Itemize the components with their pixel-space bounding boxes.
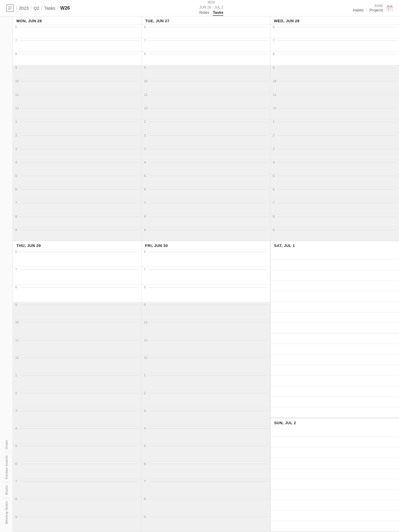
time-slot[interactable]: 6 bbox=[13, 461, 141, 479]
sat-line[interactable] bbox=[271, 260, 399, 270]
time-slot[interactable]: 3 bbox=[13, 408, 141, 426]
time-slot[interactable]: 7 bbox=[141, 267, 270, 284]
time-slot[interactable]: 1 bbox=[141, 373, 270, 390]
tasks-breadcrumb[interactable]: Tasks bbox=[44, 6, 55, 11]
quarter-breadcrumb[interactable]: Q2 bbox=[33, 6, 39, 11]
time-slot[interactable]: 12 bbox=[13, 355, 141, 373]
sat-line[interactable] bbox=[271, 354, 399, 365]
notes-tab[interactable]: Notes bbox=[200, 10, 209, 16]
time-slot[interactable]: 4 bbox=[13, 160, 141, 173]
time-slot[interactable]: 10 bbox=[142, 79, 270, 92]
sat-lines[interactable] bbox=[271, 249, 399, 418]
time-slot[interactable]: 5 bbox=[270, 173, 399, 187]
time-slot[interactable]: 8 bbox=[270, 214, 399, 227]
sat-line[interactable] bbox=[271, 376, 399, 386]
time-slot[interactable]: 4 bbox=[13, 426, 141, 443]
time-slot[interactable]: 7 bbox=[13, 200, 141, 214]
time-slot[interactable]: 9 bbox=[141, 514, 270, 532]
time-slot[interactable]: 3 bbox=[270, 146, 399, 160]
time-slot[interactable]: 6 bbox=[13, 249, 141, 267]
sun-line[interactable] bbox=[271, 426, 399, 437]
sat-line[interactable] bbox=[271, 249, 399, 260]
time-slot[interactable]: 3 bbox=[13, 146, 141, 160]
time-slot[interactable]: 9 bbox=[142, 227, 270, 241]
time-slot[interactable]: 2 bbox=[141, 391, 270, 408]
time-slot[interactable]: 1 bbox=[13, 373, 141, 390]
time-slot[interactable]: 4 bbox=[142, 160, 270, 173]
sat-line[interactable] bbox=[271, 291, 399, 302]
time-slot[interactable]: 4 bbox=[141, 426, 270, 443]
time-slot[interactable]: 3 bbox=[141, 408, 270, 426]
sun-line[interactable] bbox=[271, 447, 399, 458]
sidebar-item-goals[interactable]: Goals bbox=[5, 438, 8, 451]
sat-line[interactable] bbox=[271, 407, 399, 418]
time-slot[interactable]: 12 bbox=[142, 105, 270, 119]
time-slot[interactable]: 8 bbox=[142, 51, 270, 65]
time-slot[interactable]: 8 bbox=[13, 214, 141, 227]
time-slot[interactable]: 8 bbox=[13, 51, 141, 65]
time-slot[interactable]: 2 bbox=[13, 133, 141, 146]
sat-line[interactable] bbox=[271, 344, 399, 354]
time-slot[interactable]: 5 bbox=[142, 173, 270, 187]
time-slot[interactable]: 11 bbox=[270, 92, 399, 105]
time-slot[interactable]: 6 bbox=[141, 249, 270, 267]
day-column[interactable]: MON, JUN 266789101112123456789 bbox=[13, 16, 142, 241]
day-column[interactable]: FRI, JUN 306789101112123456789 bbox=[141, 241, 270, 532]
time-slot[interactable]: 5 bbox=[141, 443, 270, 461]
sun-line[interactable] bbox=[271, 468, 399, 479]
time-slot[interactable]: 1 bbox=[270, 119, 399, 132]
time-slot[interactable]: 9 bbox=[141, 302, 270, 320]
sat-line[interactable] bbox=[271, 386, 399, 397]
time-slot[interactable]: 11 bbox=[141, 337, 270, 355]
sidebar-item-meeting-notes[interactable]: Meeting Notes bbox=[5, 499, 8, 526]
time-slot[interactable]: 9 bbox=[13, 514, 141, 532]
time-slot[interactable]: 8 bbox=[141, 496, 270, 514]
time-slot[interactable]: 11 bbox=[13, 92, 141, 105]
time-slot[interactable]: 1 bbox=[142, 119, 270, 132]
sat-line[interactable] bbox=[271, 312, 399, 323]
sun-lines[interactable] bbox=[271, 426, 399, 532]
calendar-icon[interactable] bbox=[386, 5, 393, 12]
time-slot[interactable]: 3 bbox=[142, 146, 270, 160]
time-slot[interactable]: 6 bbox=[270, 187, 399, 200]
sun-line[interactable] bbox=[271, 500, 399, 511]
time-slot[interactable]: 7 bbox=[141, 479, 270, 496]
time-slot[interactable]: 8 bbox=[141, 284, 270, 302]
sun-line[interactable] bbox=[271, 458, 399, 468]
time-slot[interactable]: 7 bbox=[13, 38, 141, 51]
sun-line[interactable] bbox=[271, 490, 399, 500]
time-slot[interactable]: 7 bbox=[13, 267, 141, 284]
time-slot[interactable]: 9 bbox=[270, 65, 399, 79]
time-slot[interactable]: 8 bbox=[13, 284, 141, 302]
time-slot[interactable]: 8 bbox=[142, 214, 270, 227]
day-column[interactable]: WED, JUN 286789101112123456789 bbox=[270, 16, 399, 241]
year-breadcrumb[interactable]: 2023 bbox=[19, 6, 28, 11]
time-slot[interactable]: 9 bbox=[13, 65, 141, 79]
sidebar-item-kanban[interactable]: Kanban boards bbox=[5, 453, 8, 481]
projects-link[interactable]: Projects bbox=[369, 8, 383, 12]
time-slot[interactable]: 12 bbox=[141, 355, 270, 373]
time-slot[interactable]: 7 bbox=[142, 200, 270, 214]
time-slot[interactable]: 6 bbox=[141, 461, 270, 479]
time-slot[interactable]: 4 bbox=[270, 160, 399, 173]
sun-line[interactable] bbox=[271, 521, 399, 532]
sat-line[interactable] bbox=[271, 270, 399, 281]
time-slot[interactable]: 2 bbox=[270, 133, 399, 146]
time-slot[interactable]: 10 bbox=[141, 320, 270, 337]
time-slot[interactable]: 2 bbox=[13, 391, 141, 408]
time-slot[interactable]: 5 bbox=[13, 443, 141, 461]
time-slot[interactable]: 9 bbox=[142, 65, 270, 79]
time-slot[interactable]: 9 bbox=[270, 227, 399, 241]
time-slot[interactable]: 12 bbox=[270, 105, 399, 119]
tasks-tab[interactable]: Tasks bbox=[213, 10, 224, 16]
sidebar-item-books[interactable]: Books bbox=[5, 483, 8, 497]
time-slot[interactable]: 9 bbox=[13, 227, 141, 241]
time-slot[interactable]: 1 bbox=[13, 119, 141, 132]
sat-line[interactable] bbox=[271, 365, 399, 376]
time-slot[interactable]: 7 bbox=[270, 200, 399, 214]
time-slot[interactable]: 8 bbox=[270, 51, 399, 65]
sat-line[interactable] bbox=[271, 397, 399, 407]
sat-line[interactable] bbox=[271, 302, 399, 312]
time-slot[interactable]: 6 bbox=[270, 24, 399, 38]
week-breadcrumb[interactable]: W26 bbox=[60, 6, 70, 11]
